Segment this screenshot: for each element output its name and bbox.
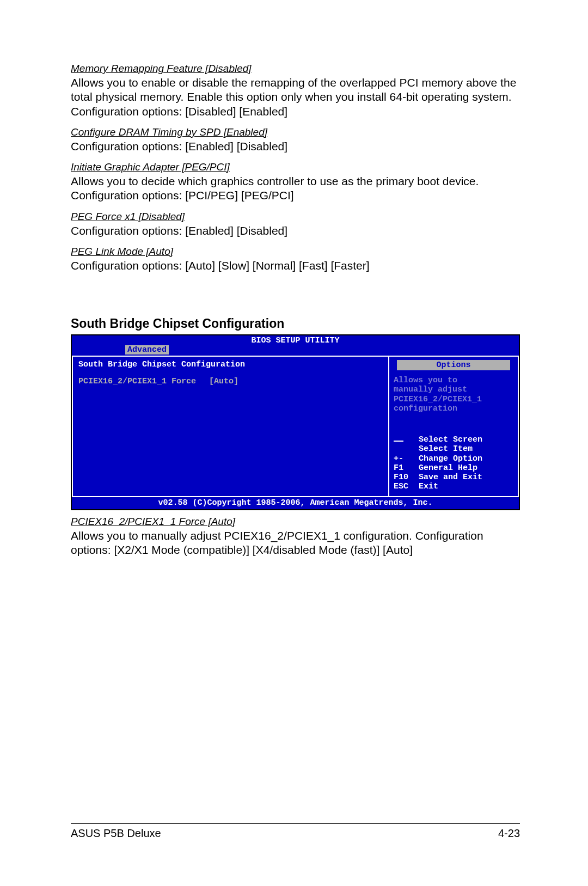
bios-help-text: Allows you tomanually adjustPCIEX16_2/PC… (394, 376, 513, 413)
bios-nav-key (394, 444, 419, 454)
bios-nav-list: Select Screen Select Item +- Change Opti… (394, 435, 513, 492)
setting-memory-remapping: Memory Remapping Feature [Disabled] Allo… (71, 63, 520, 119)
bios-nav-key: F1 (394, 463, 419, 473)
setting-title: Initiate Graphic Adapter [PEG/PCI] (71, 161, 520, 173)
setting-body: Allows you to enable or disable the rema… (71, 76, 520, 119)
bios-nav-key: +- (394, 454, 419, 463)
bios-nav-label: General Help (419, 463, 477, 473)
bios-pane-header: South Bridge Chipset Configuration (78, 360, 383, 369)
page-footer: ASUS P5B Deluxe 4-23 (71, 823, 520, 840)
bios-nav-label: Exit (419, 482, 438, 491)
setting-title: Memory Remapping Feature [Disabled] (71, 63, 520, 75)
bios-nav-key: F10 (394, 473, 419, 482)
bios-tab-advanced: Advanced (125, 345, 169, 355)
bios-nav-row: F1 General Help (394, 463, 513, 473)
bios-options-badge: Options (397, 360, 510, 370)
footer-page-number: 4-23 (498, 827, 520, 840)
setting-body: Configuration options: [Enabled] [Disabl… (71, 224, 520, 238)
setting-body: Configuration options: [Enabled] [Disabl… (71, 139, 520, 154)
setting-title: PEG Link Mode [Auto] (71, 246, 520, 258)
bios-nav-row: Select Item (394, 444, 513, 454)
bios-nav-key: ESC (394, 482, 419, 491)
bios-nav-row: Select Screen (394, 435, 513, 444)
bios-screenshot: BIOS SETUP UTILITY Advanced South Bridge… (71, 334, 520, 510)
setting-title: Configure DRAM Timing by SPD [Enabled] (71, 126, 520, 138)
setting-title: PCIEX16_2/PCIEX1_1 Force [Auto] (71, 516, 520, 528)
footer-product: ASUS P5B Deluxe (71, 827, 161, 840)
bios-option-value: [Auto] (209, 377, 238, 386)
bios-option-name: PCIEX16_2/PCIEX1_1 Force (78, 377, 209, 386)
bios-nav-label: Select Screen (419, 435, 482, 444)
bios-option-row: PCIEX16_2/PCIEX1_1 Force [Auto] (78, 377, 383, 386)
bios-footer: v02.58 (C)Copyright 1985-2006, American … (72, 497, 519, 509)
setting-title: PEG Force x1 [Disabled] (71, 211, 520, 223)
setting-body: Allows you to manually adjust PCIEX16_2/… (71, 529, 520, 558)
setting-pciex-force: PCIEX16_2/PCIEX1_1 Force [Auto] Allows y… (71, 516, 520, 558)
bios-nav-label: Select Item (419, 444, 473, 454)
setting-peg-link-mode: PEG Link Mode [Auto] Configuration optio… (71, 246, 520, 273)
bios-right-pane: Options Allows you tomanually adjustPCIE… (388, 356, 519, 497)
bios-nav-row: +- Change Option (394, 454, 513, 463)
bios-nav-label: Change Option (419, 454, 482, 463)
bios-nav-label: Save and Exit (419, 473, 482, 482)
bios-tab-row: Advanced (72, 345, 519, 356)
bios-title: BIOS SETUP UTILITY (72, 335, 519, 345)
setting-initiate-graphic: Initiate Graphic Adapter [PEG/PCI] Allow… (71, 161, 520, 203)
bios-nav-row: ESC Exit (394, 482, 513, 491)
setting-body: Configuration options: [Auto] [Slow] [No… (71, 259, 520, 273)
bios-left-pane: South Bridge Chipset Configuration PCIEX… (72, 356, 388, 497)
bios-nav-row: F10 Save and Exit (394, 473, 513, 482)
setting-body: Allows you to decide which graphics cont… (71, 174, 520, 203)
section-heading-south-bridge: South Bridge Chipset Configuration (71, 316, 520, 331)
setting-peg-force-x1: PEG Force x1 [Disabled] Configuration op… (71, 211, 520, 238)
setting-dram-timing: Configure DRAM Timing by SPD [Enabled] C… (71, 126, 520, 154)
